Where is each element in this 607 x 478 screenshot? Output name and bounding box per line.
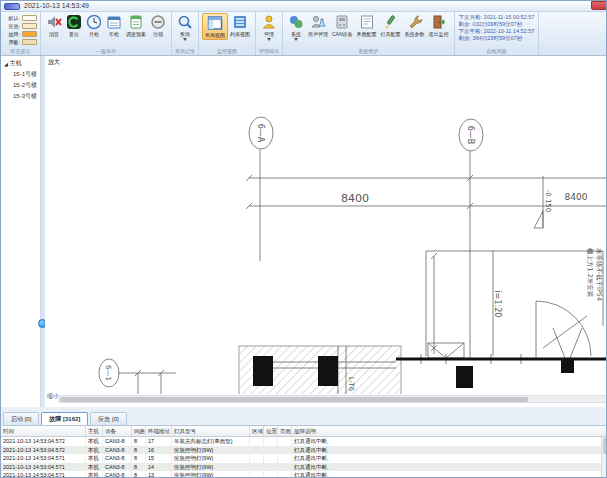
group-caption: 监控视图 <box>199 47 255 55</box>
col-device[interactable]: 设备 <box>103 426 132 436</box>
app-window: 2021-10-13 14:53:49 默认: 应急: 故障: 屏蔽: 状态提示 <box>0 0 607 478</box>
dropdown-arrow-icon <box>267 38 271 41</box>
tree-item-building-3[interactable]: 15-3号楼 <box>1 90 40 101</box>
group-caption: 系统维护 <box>283 47 454 55</box>
col-time[interactable]: 时间 <box>1 426 86 436</box>
table-row[interactable]: 2021-10-13 14:53:04.571 本机 CAN3-8 8 14 应… <box>1 463 607 472</box>
vertical-scrollbar[interactable] <box>601 437 607 478</box>
col-loop[interactable]: 回路 <box>132 426 146 436</box>
table-row[interactable]: 2021-10-13 14:53:04.571 本机 CAN3-8 8 13 应… <box>1 471 607 478</box>
query-button[interactable]: 查询 <box>175 13 195 42</box>
legend-swatch-default <box>22 15 37 21</box>
legend-swatch-emergency <box>22 23 37 29</box>
event-tabs: 启动 [0] 故障 [3162] 应急 [0] <box>3 412 607 426</box>
event-log-panel: 启动 [0] 故障 [3162] 应急 [0] 时间 主机 设备 回路 终端地址… <box>1 407 607 478</box>
yearly-check-icon <box>106 14 122 30</box>
tree-item-building-1[interactable]: 15-1号楼 <box>1 68 40 79</box>
system-params-button[interactable]: 系统参数 <box>403 13 427 38</box>
install-note-line1: 棚上方1.2米安装 <box>586 248 594 298</box>
system-button[interactable]: 系统 <box>286 13 306 42</box>
elevation-label: -0.150 <box>544 190 552 213</box>
ui-config-button[interactable]: 界面配置 <box>355 13 379 38</box>
list-view-icon <box>232 14 248 30</box>
next-monthly-check: 下次月检: 2021-11-15 00:52:57 <box>459 14 535 21</box>
col-fault-desc[interactable]: 故障说明 <box>292 426 607 436</box>
horizontal-scrollbar[interactable] <box>58 395 607 403</box>
group-caption: 自检周期 <box>455 47 539 55</box>
reset-button[interactable]: 复位 <box>64 13 84 38</box>
table-row[interactable]: 2021-10-13 14:53:04.571 本机 CAN3-8 8 15 应… <box>1 454 607 463</box>
can-device-button[interactable]: CAN设备 <box>330 13 355 38</box>
yearly-remaining: 剩余: 364日23时59分07秒 <box>459 35 523 42</box>
col-page[interactable]: 页面 <box>278 426 292 436</box>
user-management-button[interactable]: 用户管理 <box>306 13 330 38</box>
tree-node-host[interactable]: ◢ 主机 <box>1 56 40 68</box>
general-ops-group: 消音 复位 月检 <box>41 12 172 55</box>
cad-drawing[interactable]: 6—A 6—B 6—1 8400 8400 -0.150 i=1:20 L-T6… <box>45 56 607 394</box>
col-lamp-model[interactable]: 灯具型号 <box>172 426 250 436</box>
tree-root-label: 主机 <box>10 59 22 68</box>
fault-table-body: 2021-10-13 14:53:04.572 本机 CAN3-8 8 17 吊… <box>1 437 607 478</box>
tab-start[interactable]: 启动 [0] <box>3 412 39 425</box>
user-management-icon <box>310 14 326 30</box>
tab-emergency[interactable]: 应急 [0] <box>90 412 126 425</box>
exit-door-icon <box>431 14 447 30</box>
title-bar[interactable]: 2021-10-13 14:53:49 <box>1 1 607 12</box>
close-button[interactable] <box>591 1 607 10</box>
fault-table-header: 时间 主机 设备 回路 终端地址 灯具型号 区域 位置 页面 故障说明 <box>1 426 607 437</box>
status-legend-group: 默认: 应急: 故障: 屏蔽: 状态提示 <box>1 12 41 55</box>
can-device-icon <box>334 14 350 30</box>
views-group: 布局视图 列表视图 监控视图 <box>199 12 256 55</box>
column-block <box>456 366 473 388</box>
building-tree-panel: ◢ 主机 15-1号楼 15-2号楼 15-3号楼 <box>1 56 41 407</box>
tree-expand-icon[interactable]: ◢ <box>4 61 8 67</box>
dimension-8400-left: 8400 <box>341 192 369 205</box>
install-note-line2: 水等级不低于IP54 <box>595 248 603 301</box>
col-terminal-addr[interactable]: 终端地址 <box>146 426 172 436</box>
column-block <box>561 358 574 373</box>
grid-bubble-b-label: 6—B <box>466 126 475 145</box>
mute-button[interactable]: 消音 <box>44 13 64 38</box>
legend-label: 故障: <box>4 31 20 37</box>
table-row[interactable]: 2021-10-13 14:53:04.572 本机 CAN3-8 8 17 吊… <box>1 437 607 446</box>
monthly-check-button[interactable]: 月检 <box>84 13 104 38</box>
layout-view-button[interactable]: 布局视图 <box>202 13 228 40</box>
col-host[interactable]: 主机 <box>86 426 103 436</box>
legend-label: 默认: <box>4 15 20 21</box>
ribbon-toolbar: 默认: 应急: 故障: 屏蔽: 状态提示 <box>1 12 607 56</box>
legend-swatch-shield <box>22 39 37 45</box>
yearly-check-button[interactable]: 年检 <box>104 13 124 38</box>
group-caption: 查询记录 <box>172 47 198 55</box>
group-caption: 状态提示 <box>1 47 40 55</box>
col-area[interactable]: 区域 <box>250 426 264 436</box>
ui-config-icon <box>359 14 375 30</box>
logout-button[interactable]: 注销 <box>148 13 168 38</box>
column-block <box>318 356 338 386</box>
selfcheck-group: 下次月检: 2021-11-15 00:52:57 剩余: 032日09时59分… <box>455 12 540 55</box>
column-block <box>253 356 273 386</box>
manager-person-icon <box>261 14 277 30</box>
tab-fault[interactable]: 故障 [3162] <box>41 412 88 425</box>
legend-swatch-fault <box>22 31 37 37</box>
next-yearly-check: 下次年检: 2022-10-11 14:52:57 <box>459 28 535 35</box>
vertical-scrollbar-thumb[interactable] <box>603 438 607 454</box>
tree-item-building-2[interactable]: 15-2号楼 <box>1 79 40 90</box>
dispatch-plan-button[interactable]: 调度预案 <box>124 13 148 38</box>
exit-monitor-button[interactable]: 退出监控 <box>427 13 451 38</box>
table-row[interactable]: 2021-10-13 14:53:04.572 本机 CAN3-8 8 16 应… <box>1 446 607 455</box>
col-position[interactable]: 位置 <box>264 426 278 436</box>
horizontal-scrollbar-thumb[interactable] <box>60 397 528 402</box>
dropdown-arrow-icon <box>183 38 187 41</box>
query-group: 查询 查询记录 <box>172 12 199 55</box>
lamp-config-button[interactable]: 灯具配置 <box>379 13 403 38</box>
manage-button[interactable]: 管理 <box>259 13 279 42</box>
wrench-icon <box>407 14 423 30</box>
cad-canvas[interactable]: 6—A 6—B 6—1 8400 8400 -0.150 i=1:20 L-T6… <box>45 56 607 407</box>
app-icon <box>4 3 20 10</box>
fault-table: 时间 主机 设备 回路 终端地址 灯具型号 区域 位置 页面 故障说明 2021… <box>1 426 607 478</box>
group-caption: 一般操作 <box>41 47 171 55</box>
dimension-8400-right: 8400 <box>565 192 588 202</box>
grid-bubble-1-label: 6—1 <box>104 365 112 381</box>
zoom-in-button[interactable]: 放大 <box>47 58 61 67</box>
list-view-button[interactable]: 列表视图 <box>228 13 252 38</box>
